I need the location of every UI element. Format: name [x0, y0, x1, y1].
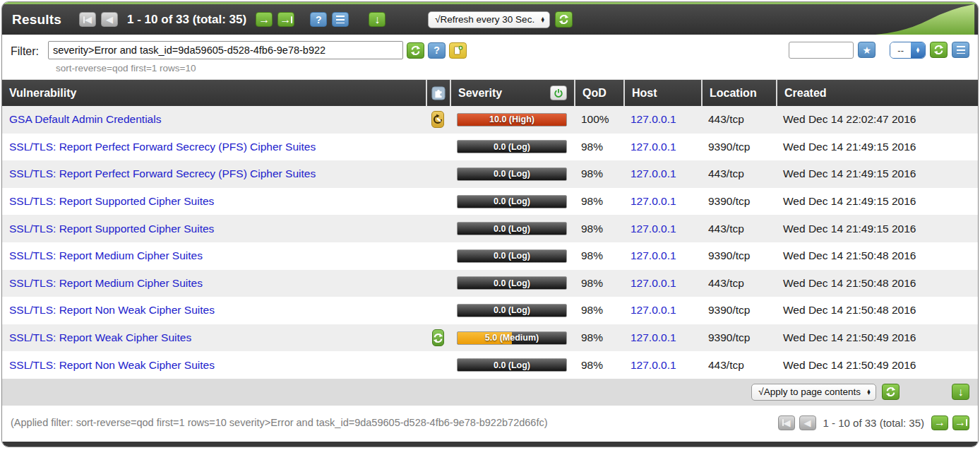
- severity-label: 0.0 (Log): [458, 141, 566, 153]
- vulnerability-link[interactable]: SSL/TLS: Report Medium Cipher Suites: [9, 277, 203, 290]
- download-results-button[interactable]: ↓: [952, 384, 969, 400]
- severity-bar: 0.0 (Log): [457, 249, 567, 263]
- results-header-bar: Results ◀ ◀ 1 - 10 of 33 (total: 35) → →…: [2, 2, 978, 35]
- vulnerability-link[interactable]: SSL/TLS: Report Non Weak Cipher Suites: [9, 359, 215, 372]
- vulnerability-link[interactable]: SSL/TLS: Report Medium Cipher Suites: [9, 249, 203, 262]
- table-row: SSL/TLS: Report Supported Cipher Suites: [2, 215, 978, 242]
- qod-value: 98%: [574, 277, 623, 290]
- workaround-solution-icon: [431, 111, 444, 128]
- filter-label: Filter:: [11, 43, 39, 58]
- first-page-button[interactable]: ◀: [778, 415, 795, 430]
- created-value: Wed Dec 14 21:50:48 2016: [776, 304, 978, 317]
- last-page-button[interactable]: →: [277, 12, 294, 27]
- qod-value: 98%: [574, 359, 623, 372]
- previous-page-button[interactable]: ◀: [101, 12, 118, 27]
- last-page-icon: →: [280, 14, 291, 25]
- results-panel: Results ◀ ◀ 1 - 10 of 33 (total: 35) → →…: [1, 1, 979, 447]
- puzzle-icon: [431, 86, 446, 100]
- host-link[interactable]: 127.0.0.1: [631, 304, 676, 317]
- edit-filter-button[interactable]: [952, 42, 969, 58]
- host-link[interactable]: 127.0.0.1: [631, 359, 676, 372]
- help-button[interactable]: ?: [310, 12, 327, 27]
- severity-label: 0.0 (Log): [458, 168, 566, 180]
- severity-label: 0.0 (Log): [458, 250, 566, 262]
- host-link[interactable]: 127.0.0.1: [631, 223, 676, 235]
- vulnerability-link[interactable]: SSL/TLS: Report Supported Cipher Suites: [9, 195, 214, 208]
- created-value: Wed Dec 14 21:49:15 2016: [776, 223, 978, 235]
- apply-filter-button[interactable]: [407, 42, 424, 59]
- next-page-button[interactable]: →: [256, 12, 273, 27]
- vulnerability-link[interactable]: SSL/TLS: Report Perfect Forward Secrecy …: [9, 141, 316, 153]
- page-title: Results: [12, 12, 61, 28]
- table-row: SSL/TLS: Report Perfect Forward Secrecy …: [2, 134, 978, 161]
- created-value: Wed Dec 14 21:50:48 2016: [776, 277, 978, 290]
- host-link[interactable]: 127.0.0.1: [631, 277, 676, 290]
- filter-subtext: sort-reverse=qod first=1 rows=10: [56, 63, 467, 73]
- location-value: 443/tcp: [701, 359, 776, 372]
- vulnerability-link[interactable]: GSA Default Admin Credentials: [9, 113, 161, 126]
- download-button[interactable]: ↓: [369, 12, 386, 27]
- select-arrows-icon: ▲▼: [866, 389, 871, 395]
- previous-page-button[interactable]: ◀: [799, 415, 816, 430]
- refresh-icon: [933, 45, 944, 55]
- apply-overrides-select[interactable]: √Apply to page contents ▲▼: [751, 384, 876, 401]
- column-header-vulnerability[interactable]: Vulnerability: [2, 80, 426, 106]
- help-icon: ?: [434, 45, 440, 56]
- host-link[interactable]: 127.0.0.1: [631, 249, 676, 262]
- apply-overrides-refresh-button[interactable]: [882, 384, 900, 400]
- severity-bar: 0.0 (Log): [457, 358, 567, 372]
- host-link[interactable]: 127.0.0.1: [631, 195, 676, 208]
- override-toggle-button[interactable]: [550, 85, 567, 100]
- column-header-solution-type[interactable]: [426, 80, 450, 106]
- table-row: SSL/TLS: Report Medium Cipher Suites: [2, 242, 978, 270]
- created-value: Wed Dec 14 21:50:49 2016: [776, 359, 978, 372]
- location-value: 443/tcp: [701, 223, 776, 235]
- location-value: 9390/tcp: [701, 249, 776, 262]
- qod-value: 98%: [574, 223, 623, 235]
- download-icon: ↓: [958, 387, 964, 398]
- vulnerability-link[interactable]: SSL/TLS: Report Perfect Forward Secrecy …: [9, 167, 316, 180]
- created-value: Wed Dec 14 21:49:15 2016: [776, 167, 978, 180]
- save-filter-button[interactable]: ★: [858, 42, 876, 58]
- host-link[interactable]: 127.0.0.1: [631, 141, 676, 153]
- switch-filter-button[interactable]: [930, 42, 948, 58]
- column-header-location[interactable]: Location: [701, 80, 776, 106]
- vulnerability-link[interactable]: SSL/TLS: Report Supported Cipher Suites: [9, 223, 214, 235]
- table-row: SSL/TLS: Report Medium Cipher Suites: [2, 270, 978, 297]
- last-page-button[interactable]: →: [952, 415, 969, 430]
- filter-input[interactable]: [48, 41, 403, 59]
- new-filter-button[interactable]: [449, 42, 467, 59]
- table-row: SSL/TLS: Report Perfect Forward Secrecy …: [2, 160, 978, 188]
- refresh-now-button[interactable]: [555, 11, 573, 28]
- refresh-interval-select[interactable]: √Refresh every 30 Sec. ▲▼: [428, 11, 550, 28]
- host-link[interactable]: 127.0.0.1: [631, 331, 676, 344]
- list-view-button[interactable]: [332, 12, 349, 27]
- vulnerability-link[interactable]: SSL/TLS: Report Weak Cipher Suites: [9, 331, 191, 344]
- column-header-created[interactable]: Created: [776, 80, 978, 106]
- column-header-host[interactable]: Host: [623, 80, 701, 106]
- table-row: SSL/TLS: Report Weak Cipher Suites: [2, 324, 978, 352]
- column-header-severity[interactable]: Severity: [450, 80, 574, 106]
- select-arrows-icon: ▲▼: [540, 17, 545, 23]
- save-filter-name-input[interactable]: [789, 42, 854, 59]
- previous-page-icon: ◀: [804, 418, 811, 427]
- saved-filter-select[interactable]: -- ▲▼: [890, 42, 926, 59]
- applied-filter-text: (Applied filter: sort-reverse=qod first=…: [11, 417, 548, 428]
- refresh-icon: [410, 45, 421, 56]
- host-link[interactable]: 127.0.0.1: [631, 167, 676, 180]
- first-page-button[interactable]: ◀: [79, 12, 96, 27]
- vulnerability-link[interactable]: SSL/TLS: Report Non Weak Cipher Suites: [9, 304, 215, 317]
- next-page-button[interactable]: →: [931, 415, 948, 430]
- severity-label: 10.0 (High): [458, 114, 566, 126]
- severity-label: 0.0 (Log): [458, 196, 566, 208]
- mitigation-solution-icon: [432, 329, 444, 346]
- filter-help-button[interactable]: ?: [428, 42, 446, 59]
- refresh-icon: [885, 387, 896, 397]
- created-value: Wed Dec 14 21:49:15 2016: [776, 141, 978, 153]
- created-value: Wed Dec 14 21:50:48 2016: [776, 249, 978, 262]
- table-row: SSL/TLS: Report Supported Cipher Suites: [2, 188, 978, 216]
- host-link[interactable]: 127.0.0.1: [631, 113, 676, 126]
- column-header-qod[interactable]: QoD: [574, 80, 623, 106]
- bottom-pagination: ◀ ◀ 1 - 10 of 33 (total: 35) → →: [778, 415, 969, 430]
- qod-value: 98%: [574, 141, 623, 153]
